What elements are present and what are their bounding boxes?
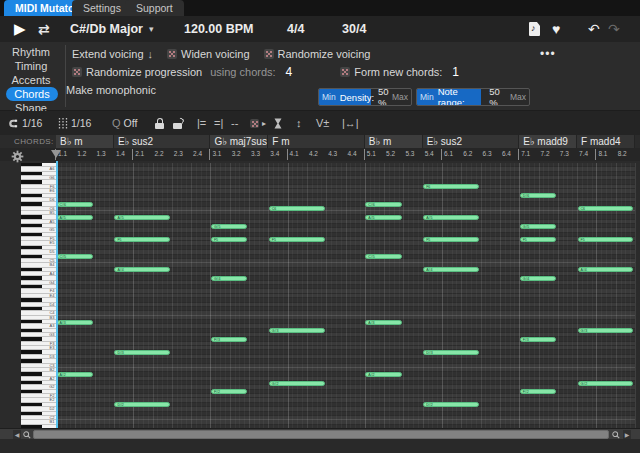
midi-note-C#5[interactable]: C#5 <box>365 254 402 259</box>
snap-setting[interactable]: 1/16 <box>8 111 42 135</box>
export-midi-icon[interactable]: ♪ <box>529 16 540 42</box>
midi-note-A#3[interactable]: A#3 <box>57 320 94 325</box>
midi-note-G#4[interactable]: G#4 <box>520 276 557 281</box>
midi-note-A#4[interactable]: A#4 <box>423 267 479 272</box>
grid-line <box>181 163 182 428</box>
legato-icon[interactable]: -- <box>231 111 238 135</box>
using-chords-value[interactable]: 4 <box>286 65 293 79</box>
unlock-icon[interactable] <box>173 111 182 135</box>
midi-note-A#4[interactable]: A#4 <box>578 267 634 272</box>
zoom-out-icon[interactable] <box>23 431 31 439</box>
chord-segment[interactable]: F m <box>268 135 365 148</box>
scroll-right-icon[interactable]: ▶ <box>623 430 631 439</box>
quantize-setting[interactable]: Q Off <box>112 111 137 135</box>
midi-note-D#3[interactable]: D#3 <box>423 350 479 355</box>
sidebar-item-accents[interactable]: Accents <box>0 73 62 87</box>
midi-note-A#2[interactable]: A#2 <box>57 372 94 377</box>
length-display[interactable]: 30/4 <box>342 16 366 42</box>
play-icon[interactable]: ▶ <box>14 16 26 42</box>
midi-note-C#6[interactable]: C#6 <box>365 202 402 207</box>
midi-note-F5[interactable]: F5 <box>423 237 479 242</box>
randomize-positions-icon[interactable]: ▸ <box>250 111 266 135</box>
randomize-voicing-button[interactable]: Randomize voicing <box>264 48 371 60</box>
midi-note-F5[interactable]: F5 <box>520 237 557 242</box>
meter-display[interactable]: 4/4 <box>287 16 304 42</box>
randomize-progression-button[interactable]: Randomize progression <box>72 66 202 78</box>
chord-segment[interactable]: E♭ sus2 <box>114 135 211 148</box>
midi-note-F5[interactable]: F5 <box>114 237 170 242</box>
widen-voicing-button[interactable]: Widen voicing <box>167 48 249 60</box>
midi-note-G#3[interactable]: G#3 <box>269 328 325 333</box>
midi-note-G#5[interactable]: G#5 <box>211 224 248 229</box>
favorite-heart-icon[interactable]: ♥ <box>552 16 560 42</box>
chord-segment[interactable]: G♭ maj7sus <box>210 135 268 148</box>
midi-note-G#3[interactable]: G#3 <box>578 328 634 333</box>
midi-note-A#4[interactable]: A#4 <box>114 267 170 272</box>
chord-segment[interactable]: E♭ sus2 <box>423 135 520 148</box>
midi-note-A#5[interactable]: A#5 <box>57 215 94 220</box>
grid-setting[interactable]: 1/16 <box>58 111 91 135</box>
black-key-bar <box>21 285 42 288</box>
chord-segment[interactable]: E♭ madd9 <box>519 135 577 148</box>
form-new-chords-value[interactable]: 1 <box>452 65 459 79</box>
redo-icon[interactable]: ↷ <box>608 16 620 42</box>
lock-icon[interactable] <box>155 111 164 135</box>
density-slider[interactable]: Min Density: 50 % Max <box>318 88 412 106</box>
midi-note-C6[interactable]: C6 <box>269 206 325 211</box>
midi-note-F#3[interactable]: F#3 <box>520 337 557 342</box>
note-length-icon[interactable]: |↔| <box>342 111 359 135</box>
midi-note-D#6[interactable]: D#6 <box>520 193 557 198</box>
midi-note-A#5[interactable]: A#5 <box>114 215 170 220</box>
midi-note-D#2[interactable]: D#2 <box>114 402 170 407</box>
midi-note-F5[interactable]: F5 <box>269 237 325 242</box>
midi-note-F#2[interactable]: F#2 <box>520 389 557 394</box>
chord-segment[interactable]: F madd4 <box>577 135 635 148</box>
sidebar-item-timing[interactable]: Timing <box>0 59 62 73</box>
midi-note-G#5[interactable]: G#5 <box>520 224 557 229</box>
midi-note-F6[interactable]: F6 <box>423 184 479 189</box>
extend-voicing-button[interactable]: Extend voicing ↓ <box>72 48 153 60</box>
chord-segment[interactable]: B♭ m <box>365 135 423 148</box>
loop-icon[interactable]: ⇄ <box>38 16 50 42</box>
key-select[interactable]: C#/Db Major ▾ <box>70 16 153 42</box>
midi-note-F#2[interactable]: F#2 <box>211 389 248 394</box>
chord-segment[interactable]: B♭ m <box>56 135 114 148</box>
transpose-icon[interactable]: ↕ <box>296 111 302 135</box>
midi-note-F#3[interactable]: F#3 <box>211 337 248 342</box>
bpm-display[interactable]: 120.00 BPM <box>184 16 253 42</box>
form-new-chords-button[interactable]: Form new chords: <box>340 66 442 78</box>
scrollbar-thumb[interactable] <box>33 430 609 439</box>
midi-note-D#2[interactable]: D#2 <box>423 402 479 407</box>
midi-note-A#3[interactable]: A#3 <box>365 320 402 325</box>
midi-note-F5[interactable]: F5 <box>211 237 248 242</box>
midi-note-C6[interactable]: C6 <box>578 206 634 211</box>
note-range-slider[interactable]: Min Note range: 50 % Max <box>416 88 530 106</box>
midi-note-G#2[interactable]: G#2 <box>269 381 325 386</box>
tab-support[interactable]: Support <box>125 0 184 16</box>
midi-note-A#2[interactable]: A#2 <box>365 372 402 377</box>
undo-icon[interactable]: ↶ <box>588 16 600 42</box>
velocity-icon[interactable]: V± <box>316 111 329 135</box>
make-monophonic-button[interactable]: Make monophonic <box>66 84 156 96</box>
tab-settings[interactable]: Settings <box>72 0 132 16</box>
midi-note-A#5[interactable]: A#5 <box>423 215 479 220</box>
sidebar-item-chords[interactable]: Chords <box>6 87 58 101</box>
midi-note-C#6[interactable]: C#6 <box>57 202 94 207</box>
midi-note-G#4[interactable]: G#4 <box>211 276 248 281</box>
midi-note-C#5[interactable]: C#5 <box>57 254 94 259</box>
scroll-left-icon[interactable]: ◀ <box>13 430 21 439</box>
gear-icon[interactable] <box>11 150 24 163</box>
midi-note-F5[interactable]: F5 <box>578 237 634 242</box>
more-options-icon[interactable]: ••• <box>540 46 556 62</box>
loop-start-marker[interactable] <box>51 150 61 158</box>
midi-note-A#5[interactable]: A#5 <box>365 215 402 220</box>
align-right-icon[interactable]: =| <box>214 111 223 135</box>
zoom-in-icon[interactable] <box>612 431 620 439</box>
midi-note-D#3[interactable]: D#3 <box>114 350 170 355</box>
grid-line <box>360 163 361 428</box>
grid-line <box>114 163 115 428</box>
midi-note-G#2[interactable]: G#2 <box>578 381 634 386</box>
sidebar-item-rhythm[interactable]: Rhythm <box>0 45 62 59</box>
align-left-icon[interactable]: |= <box>197 111 206 135</box>
humanize-timing-icon[interactable] <box>274 111 282 135</box>
